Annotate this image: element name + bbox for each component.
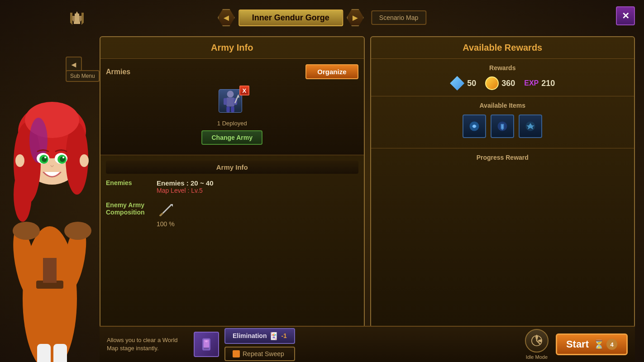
- repeat-sweep-button[interactable]: Repeat Sweep: [224, 347, 295, 361]
- rewards-section: Rewards 50 360 EXP 210: [371, 59, 634, 96]
- svg-point-25: [80, 154, 89, 167]
- diamond-value: 50: [467, 79, 476, 88]
- next-location-button[interactable]: ►: [347, 9, 364, 26]
- army-info-title: Army Info: [100, 37, 364, 59]
- svg-rect-5: [37, 344, 51, 362]
- location-title: Inner Gendur Gorge: [239, 10, 343, 26]
- svg-point-26: [13, 222, 40, 240]
- bottom-bar: Allows you to clear a World Map stage in…: [100, 326, 635, 362]
- svg-point-27: [64, 222, 91, 240]
- main-panels: Army Info Armies Organize X: [100, 36, 635, 328]
- map-level: Map Level : Lv.5: [157, 187, 358, 194]
- idle-mode-label: Idle Mode: [526, 354, 548, 360]
- svg-rect-35: [231, 107, 234, 113]
- elimination-card-icon: 🃏: [269, 332, 278, 340]
- deployed-unit: X: [106, 85, 358, 149]
- svg-rect-34: [226, 107, 230, 113]
- close-button[interactable]: ✕: [616, 6, 635, 25]
- progress-reward-header: Progress Reward: [377, 154, 629, 161]
- prev-location-button[interactable]: ◄: [218, 9, 235, 26]
- change-army-button[interactable]: Change Army: [201, 130, 262, 145]
- svg-rect-6: [53, 344, 67, 362]
- enemy-army-label: Enemy ArmyComposition: [106, 201, 151, 216]
- army-info-panel: Army Info Armies Organize X: [100, 36, 365, 328]
- svg-point-22: [44, 157, 46, 158]
- progress-reward-section: Progress Reward: [371, 148, 634, 327]
- hourglass-icon: ⏳: [593, 339, 605, 350]
- unit-sprite: [219, 89, 242, 113]
- bottom-right-actions: Idle Mode Start ⏳ 4: [525, 329, 628, 360]
- enemy-army-composition-label: Enemy ArmyComposition: [106, 201, 145, 216]
- start-label: Start: [566, 338, 589, 350]
- svg-point-21: [60, 157, 65, 162]
- unit-dismiss-button[interactable]: X: [239, 86, 249, 95]
- coin-icon: [485, 76, 499, 90]
- armies-label: Armies: [106, 68, 130, 76]
- repeat-icon: [233, 350, 240, 357]
- elimination-count: -1: [281, 332, 286, 339]
- svg-point-43: [473, 125, 476, 128]
- character-figure: [0, 36, 100, 362]
- item-slot-2[interactable]: [491, 114, 514, 138]
- army-info-details: Army Info Enemies Enemies : 20 ~ 40 Map …: [100, 155, 364, 327]
- armies-section: Armies Organize X: [100, 59, 364, 155]
- exp-reward: EXP 210: [524, 79, 555, 88]
- coin-value: 360: [501, 79, 515, 88]
- sub-menu-button[interactable]: Sub Menu: [66, 70, 100, 82]
- start-button[interactable]: Start ⏳ 4: [556, 333, 628, 355]
- sweep-description: Allows you to clear a World Map stage in…: [107, 336, 188, 352]
- army-composition-row: Enemy ArmyComposition 100 %: [106, 201, 358, 228]
- enemies-label: Enemies: [106, 179, 151, 186]
- start-badge: ⏳ 4: [593, 339, 617, 350]
- elimination-label: Elimination: [233, 332, 267, 339]
- rewards-header: Rewards: [377, 64, 629, 71]
- top-bar: ◄ Inner Gendur Gorge ► Scenario Map: [218, 9, 426, 26]
- enemies-range: Enemies : 20 ~ 40: [157, 179, 358, 187]
- composition-percent: 100 %: [157, 220, 358, 228]
- available-items-header: Available Items: [377, 102, 629, 109]
- unit-slot: X: [219, 89, 246, 116]
- sweep-icon[interactable]: [194, 332, 219, 357]
- coin-reward: 360: [485, 76, 515, 90]
- rewards-panel: Available Rewards Rewards 50 360 EXP 210: [370, 36, 635, 328]
- svg-point-24: [15, 154, 24, 167]
- svg-point-30: [227, 91, 234, 98]
- idle-mode-button[interactable]: Idle Mode: [525, 329, 549, 360]
- organize-button[interactable]: Organize: [305, 64, 358, 79]
- rewards-row: 50 360 EXP 210: [377, 76, 629, 90]
- items-grid: [377, 114, 629, 138]
- svg-point-20: [42, 157, 47, 162]
- enemies-content: Enemies : 20 ~ 40 Map Level : Lv.5: [157, 179, 358, 194]
- available-items-section: Available Items: [371, 96, 634, 148]
- sword-icon: [157, 201, 175, 219]
- item-slot-1[interactable]: [463, 114, 486, 138]
- faction-icon: [66, 9, 88, 32]
- svg-rect-48: [204, 348, 209, 349]
- svg-rect-28: [75, 14, 79, 23]
- available-rewards-title: Available Rewards: [371, 37, 634, 59]
- enemies-info-row: Enemies Enemies : 20 ~ 40 Map Level : Lv…: [106, 179, 358, 194]
- svg-rect-31: [226, 98, 234, 107]
- exp-value: 210: [541, 79, 555, 88]
- scenario-map-button[interactable]: Scenario Map: [371, 10, 426, 25]
- elimination-button[interactable]: Elimination 🃏 -1: [224, 328, 295, 344]
- diamond-icon: [450, 76, 464, 90]
- armies-header: Armies Organize: [106, 64, 358, 79]
- item-slot-3[interactable]: [519, 114, 542, 138]
- start-count: 4: [606, 339, 617, 350]
- deployed-count-label: 1 Deployed: [217, 120, 247, 127]
- svg-rect-4: [43, 258, 57, 283]
- army-info-section-header: Army Info: [106, 161, 358, 174]
- svg-point-13: [14, 167, 32, 222]
- composition-content: 100 %: [157, 201, 358, 228]
- svg-point-23: [62, 157, 64, 158]
- exp-label: EXP: [524, 79, 539, 87]
- repeat-sweep-label: Repeat Sweep: [243, 350, 284, 357]
- diamond-reward: 50: [450, 76, 476, 90]
- sub-menu-label: Sub Menu: [70, 73, 95, 79]
- idle-mode-icon: [525, 329, 549, 352]
- svg-rect-29: [74, 22, 80, 24]
- svg-rect-32: [224, 98, 227, 105]
